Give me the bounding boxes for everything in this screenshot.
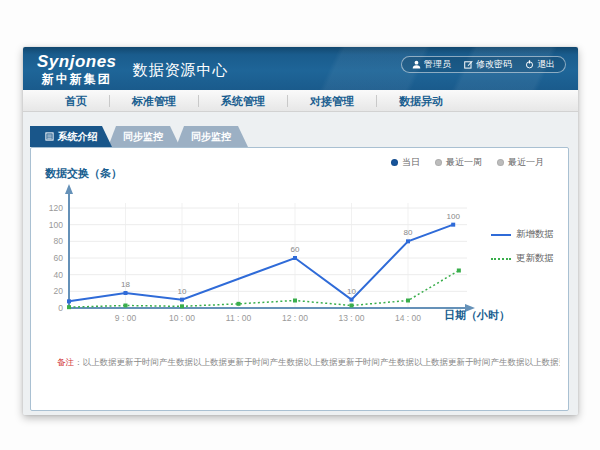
footnote-text: ：以上数据更新于时间产生数据以上数据更新于时间产生数据以上数据更新于时间产生数据… xyxy=(74,357,560,367)
change-password-label: 修改密码 xyxy=(476,58,512,71)
power-icon xyxy=(525,60,534,69)
radio-label: 最近一周 xyxy=(446,156,482,169)
svg-text:11 : 00: 11 : 00 xyxy=(226,313,252,323)
solid-line-swatch-icon xyxy=(491,234,511,236)
nav-item-system-mgmt[interactable]: 系统管理 xyxy=(199,90,287,112)
radio-label: 最近一月 xyxy=(508,156,544,169)
chart-panel: 当日 最近一周 最近一月 数据交换（条） 0204060801001209 : … xyxy=(30,147,569,411)
company-logo: Synjones 新中新集团 xyxy=(37,53,117,85)
header: Synjones 新中新集团 数据资源中心 管理员 修改密码 xyxy=(23,47,578,90)
nav-item-data-change[interactable]: 数据异动 xyxy=(377,90,465,112)
svg-text:100: 100 xyxy=(447,212,461,221)
tab-sync-monitor-2[interactable]: 同步监控 xyxy=(174,126,248,147)
radio-last-month[interactable]: 最近一月 xyxy=(497,156,544,169)
user-icon xyxy=(412,60,421,69)
legend-item-updated-data: 更新数据 xyxy=(491,252,554,265)
x-axis-title: 日期（小时） xyxy=(444,308,510,323)
nav-item-standard-mgmt[interactable]: 标准管理 xyxy=(110,90,198,112)
svg-text:0: 0 xyxy=(58,303,63,313)
svg-text:18: 18 xyxy=(121,280,130,289)
svg-text:60: 60 xyxy=(54,253,64,263)
legend-item-new-data: 新增数据 xyxy=(491,228,554,241)
radio-last-week[interactable]: 最近一周 xyxy=(435,156,482,169)
legend-label: 新增数据 xyxy=(516,228,554,241)
nav-item-interface-mgmt[interactable]: 对接管理 xyxy=(288,90,376,112)
tab-label: 同步监控 xyxy=(123,130,163,144)
logout-button[interactable]: 退出 xyxy=(525,58,555,71)
edit-icon xyxy=(464,60,473,69)
range-filter-group: 当日 最近一周 最近一月 xyxy=(391,156,544,169)
svg-text:10: 10 xyxy=(347,287,356,296)
logout-label: 退出 xyxy=(537,58,555,71)
svg-text:40: 40 xyxy=(54,270,64,280)
current-user-button[interactable]: 管理员 xyxy=(412,58,451,71)
svg-text:80: 80 xyxy=(404,228,413,237)
svg-text:10: 10 xyxy=(178,287,187,296)
logo-latin: Synjones xyxy=(37,53,117,70)
svg-text:100: 100 xyxy=(49,220,63,230)
tab-sync-monitor-1[interactable]: 同步监控 xyxy=(106,126,180,147)
content-area: 系统介绍 同步监控 同步监控 当日 最近一周 xyxy=(23,112,578,415)
legend-label: 更新数据 xyxy=(516,252,554,265)
svg-text:9 : 00: 9 : 00 xyxy=(115,313,137,323)
svg-text:14 : 00: 14 : 00 xyxy=(395,313,421,323)
main-nav: 首页 标准管理 系统管理 对接管理 数据异动 xyxy=(23,90,578,112)
brand: Synjones 新中新集团 数据资源中心 xyxy=(37,53,229,85)
footnote-prefix: 备注 xyxy=(57,357,74,367)
radio-dot-icon xyxy=(497,159,504,166)
tab-bar: 系统介绍 同步监控 同步监控 xyxy=(30,126,248,147)
radio-today[interactable]: 当日 xyxy=(391,156,420,169)
svg-text:10 : 00: 10 : 00 xyxy=(169,313,195,323)
document-icon xyxy=(45,132,54,141)
radio-dot-selected-icon xyxy=(391,159,398,166)
radio-dot-icon xyxy=(435,159,442,166)
nav-item-home[interactable]: 首页 xyxy=(43,90,109,112)
tab-label: 系统介绍 xyxy=(58,130,98,144)
radio-label: 当日 xyxy=(402,156,420,169)
app-window: Synjones 新中新集团 数据资源中心 管理员 修改密码 xyxy=(23,47,578,415)
user-label: 管理员 xyxy=(424,58,451,71)
svg-text:12 : 00: 12 : 00 xyxy=(282,313,308,323)
tab-system-intro[interactable]: 系统介绍 xyxy=(30,126,112,147)
dotted-line-swatch-icon xyxy=(491,258,511,260)
svg-text:60: 60 xyxy=(291,245,300,254)
footnote: 备注：以上数据更新于时间产生数据以上数据更新于时间产生数据以上数据更新于时间产生… xyxy=(57,357,560,369)
page-title: 数据资源中心 xyxy=(133,61,229,80)
y-axis-title: 数据交换（条） xyxy=(45,166,122,181)
chart-legend: 新增数据 更新数据 xyxy=(491,228,554,265)
user-toolbar: 管理员 修改密码 退出 xyxy=(401,56,566,73)
change-password-button[interactable]: 修改密码 xyxy=(464,58,512,71)
tab-label: 同步监控 xyxy=(191,130,231,144)
svg-text:13 : 00: 13 : 00 xyxy=(339,313,365,323)
svg-text:80: 80 xyxy=(54,236,64,246)
svg-text:120: 120 xyxy=(49,203,63,213)
logo-chinese: 新中新集团 xyxy=(37,73,117,85)
svg-text:20: 20 xyxy=(54,286,64,296)
